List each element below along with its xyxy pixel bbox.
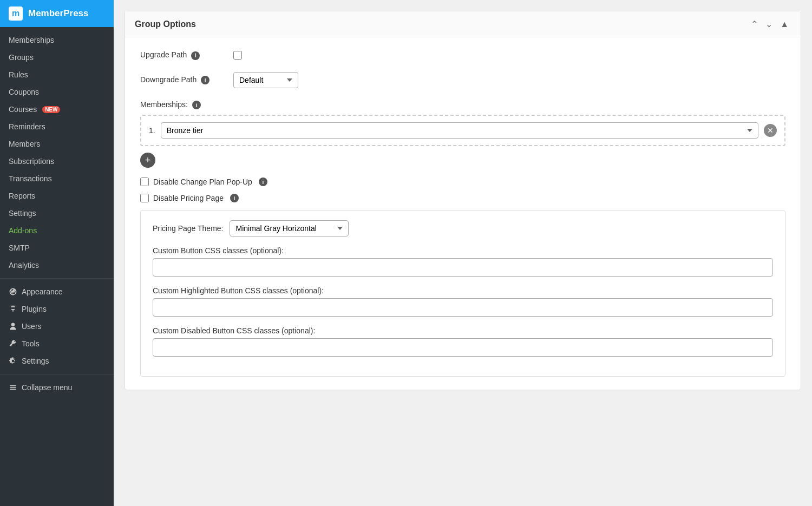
- downgrade-path-info-icon: i: [201, 76, 209, 84]
- custom-disabled-css-label: Custom Disabled Button CSS classes (opti…: [153, 326, 773, 335]
- sidebar-item-smtp-label: SMTP: [9, 244, 30, 252]
- tools-label: Tools: [22, 339, 40, 348]
- sidebar-item-analytics-label: Analytics: [9, 261, 39, 270]
- sidebar-item-addons[interactable]: Add-ons: [0, 222, 114, 239]
- sidebar-item-tools[interactable]: Tools: [0, 335, 114, 352]
- panel-collapse-down-button[interactable]: ⌄: [763, 18, 775, 30]
- collapse-menu-button[interactable]: Collapse menu: [0, 379, 114, 396]
- sidebar-item-groups-label: Groups: [9, 53, 34, 62]
- panel-toggle-button[interactable]: ▲: [778, 18, 791, 30]
- sidebar-item-groups[interactable]: Groups: [0, 49, 114, 66]
- panel-body: Upgrade Path i Downgrade Path i Default …: [125, 37, 801, 390]
- settings-icon: [9, 357, 17, 365]
- add-icon: +: [145, 155, 151, 166]
- sidebar-item-memberships-label: Memberships: [9, 36, 54, 44]
- disable-change-plan-label: Disable Change Plan Pop-Up: [153, 178, 252, 186]
- sidebar-item-users[interactable]: Users: [0, 318, 114, 335]
- disable-pricing-page-info-icon: i: [230, 194, 239, 202]
- sidebar-item-memberships[interactable]: Memberships: [0, 31, 114, 49]
- sidebar-header: m MemberPress: [0, 0, 114, 27]
- panel-collapse-up-button[interactable]: ⌃: [749, 18, 760, 30]
- downgrade-path-row: Downgrade Path i Default None Page: [140, 72, 785, 88]
- pricing-theme-label: Pricing Page Theme:: [153, 224, 223, 233]
- group-options-panel: Group Options ⌃ ⌄ ▲ Upgrade Path i Downg…: [125, 11, 801, 390]
- upgrade-path-label: Upgrade Path i: [140, 50, 227, 60]
- sidebar-item-members-label: Members: [9, 140, 40, 148]
- sidebar-item-reminders[interactable]: Reminders: [0, 118, 114, 135]
- sidebar-item-analytics[interactable]: Analytics: [0, 257, 114, 274]
- disable-change-plan-row: Disable Change Plan Pop-Up i: [140, 178, 785, 186]
- upgrade-path-info-icon: i: [191, 51, 200, 60]
- collapse-icon: [9, 383, 17, 392]
- collapse-label: Collapse menu: [22, 383, 72, 392]
- sidebar-item-reports-label: Reports: [9, 192, 35, 200]
- users-label: Users: [22, 322, 42, 331]
- sidebar-item-transactions[interactable]: Transactions: [0, 170, 114, 187]
- upgrade-path-row: Upgrade Path i: [140, 50, 785, 60]
- logo-icon: m: [9, 6, 23, 21]
- sidebar: m MemberPress Memberships Groups Rules C…: [0, 0, 114, 506]
- custom-button-css-input[interactable]: [153, 258, 773, 277]
- sidebar-item-subscriptions[interactable]: Subscriptions: [0, 153, 114, 170]
- sidebar-item-appearance[interactable]: Appearance: [0, 283, 114, 300]
- sidebar-item-courses[interactable]: Courses NEW: [0, 101, 114, 118]
- downgrade-path-select[interactable]: Default None Page: [233, 72, 298, 88]
- sidebar-item-courses-label: Courses: [9, 105, 37, 114]
- main-content: Group Options ⌃ ⌄ ▲ Upgrade Path i Downg…: [114, 0, 812, 506]
- add-membership-button[interactable]: +: [140, 153, 155, 168]
- plugins-icon: [9, 305, 17, 313]
- sidebar-nav: Memberships Groups Rules Coupons Courses…: [0, 27, 114, 506]
- custom-highlighted-css-input[interactable]: [153, 298, 773, 317]
- sidebar-item-addons-label: Add-ons: [9, 226, 37, 235]
- sidebar-item-settings-label: Settings: [9, 209, 36, 218]
- sidebar-item-members[interactable]: Members: [0, 135, 114, 153]
- sidebar-item-rules[interactable]: Rules: [0, 66, 114, 83]
- pricing-theme-select[interactable]: Minimal Gray Horizontal Minimal Blue Hor…: [230, 220, 349, 236]
- sidebar-item-settings[interactable]: Settings: [0, 205, 114, 222]
- plugins-label: Plugins: [22, 305, 47, 313]
- membership-select-1[interactable]: Bronze tier Silver tier Gold tier: [161, 122, 758, 139]
- memberships-info-icon: i: [192, 101, 201, 109]
- disable-pricing-page-row: Disable Pricing Page i: [140, 194, 785, 202]
- appearance-label: Appearance: [22, 287, 63, 296]
- sidebar-item-coupons[interactable]: Coupons: [0, 83, 114, 101]
- panel-header: Group Options ⌃ ⌄ ▲: [125, 11, 801, 37]
- tools-icon: [9, 339, 17, 348]
- users-icon: [9, 322, 17, 331]
- sidebar-divider-2: [0, 374, 114, 374]
- new-badge: NEW: [42, 106, 60, 113]
- custom-highlighted-css-group: Custom Highlighted Button CSS classes (o…: [153, 286, 773, 317]
- panel-title: Group Options: [135, 19, 196, 29]
- sidebar-item-transactions-label: Transactions: [9, 174, 52, 183]
- membership-number-1: 1.: [149, 126, 155, 135]
- custom-button-css-group: Custom Button CSS classes (optional):: [153, 246, 773, 277]
- remove-membership-button-1[interactable]: ✕: [764, 124, 777, 137]
- downgrade-path-label: Downgrade Path i: [140, 75, 227, 85]
- disable-change-plan-info-icon: i: [259, 178, 267, 186]
- appearance-icon: [9, 287, 17, 296]
- sidebar-item-smtp[interactable]: SMTP: [0, 239, 114, 257]
- pricing-section: Pricing Page Theme: Minimal Gray Horizon…: [140, 210, 785, 377]
- pricing-theme-row: Pricing Page Theme: Minimal Gray Horizon…: [153, 220, 773, 236]
- sidebar-item-plugins[interactable]: Plugins: [0, 300, 114, 318]
- disable-change-plan-checkbox[interactable]: [140, 178, 149, 186]
- brand-name: MemberPress: [28, 8, 89, 19]
- sidebar-item-rules-label: Rules: [9, 70, 28, 79]
- sidebar-item-coupons-label: Coupons: [9, 88, 39, 96]
- memberships-box: 1. Bronze tier Silver tier Gold tier ✕: [140, 115, 785, 146]
- custom-highlighted-css-label: Custom Highlighted Button CSS classes (o…: [153, 286, 773, 295]
- custom-disabled-css-input[interactable]: [153, 338, 773, 357]
- sidebar-item-reports[interactable]: Reports: [0, 187, 114, 205]
- sidebar-item-subscriptions-label: Subscriptions: [9, 157, 54, 166]
- upgrade-path-checkbox[interactable]: [233, 51, 242, 60]
- disable-pricing-page-checkbox[interactable]: [140, 194, 149, 202]
- sidebar-divider: [0, 278, 114, 279]
- membership-row-1: 1. Bronze tier Silver tier Gold tier ✕: [149, 122, 777, 139]
- panel-controls: ⌃ ⌄ ▲: [749, 18, 791, 30]
- sidebar-item-reminders-label: Reminders: [9, 122, 45, 131]
- custom-disabled-css-group: Custom Disabled Button CSS classes (opti…: [153, 326, 773, 357]
- sidebar-item-wp-settings[interactable]: Settings: [0, 352, 114, 370]
- wp-settings-label: Settings: [22, 357, 49, 365]
- memberships-section-label: Memberships: i: [140, 100, 785, 110]
- custom-button-css-label: Custom Button CSS classes (optional):: [153, 246, 773, 255]
